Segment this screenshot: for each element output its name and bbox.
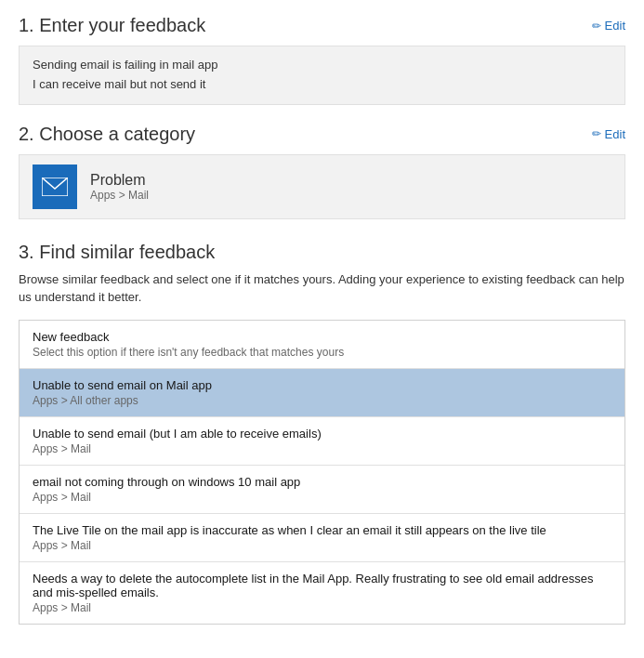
feedback-item-subtitle-1: Apps > All other apps bbox=[33, 394, 611, 407]
feedback-item-title-5: Needs a way to delete the autocomplete l… bbox=[33, 572, 611, 599]
step1-edit-link[interactable]: ✏ Edit bbox=[592, 19, 625, 33]
category-type: Problem bbox=[90, 172, 149, 189]
step2-header: 2. Choose a category ✏ Edit bbox=[19, 124, 625, 145]
feedback-line-2: I can receive mail but not send it bbox=[33, 75, 611, 95]
category-info: Problem Apps > Mail bbox=[90, 172, 149, 202]
step2-edit-link[interactable]: ✏ Edit bbox=[592, 127, 625, 141]
feedback-item-subtitle-4: Apps > Mail bbox=[33, 539, 611, 552]
feedback-item-title-3: email not coming through on windows 10 m… bbox=[33, 475, 611, 489]
feedback-item-subtitle-5: Apps > Mail bbox=[33, 601, 611, 614]
envelope-svg bbox=[42, 178, 68, 196]
step3-section: 3. Find similar feedback Browse similar … bbox=[19, 242, 625, 625]
feedback-list-wrapper: New feedbackSelect this option if there … bbox=[19, 320, 625, 625]
feedback-list: New feedbackSelect this option if there … bbox=[19, 320, 625, 625]
feedback-line-1: Sending email is failing in mail app bbox=[33, 56, 611, 75]
step2-title: 2. Choose a category bbox=[19, 124, 195, 145]
feedback-item-0[interactable]: New feedbackSelect this option if there … bbox=[20, 321, 624, 369]
feedback-item-5[interactable]: Needs a way to delete the autocomplete l… bbox=[20, 562, 624, 624]
feedback-item-title-2: Unable to send email (but I am able to r… bbox=[33, 427, 611, 441]
category-path: Apps > Mail bbox=[90, 189, 149, 202]
feedback-item-2[interactable]: Unable to send email (but I am able to r… bbox=[20, 417, 624, 466]
feedback-item-title-1: Unable to send email on Mail app bbox=[33, 378, 611, 392]
feedback-item-subtitle-2: Apps > Mail bbox=[33, 442, 611, 455]
step2-edit-label: Edit bbox=[605, 127, 625, 141]
step1-edit-icon: ✏ bbox=[592, 20, 601, 33]
feedback-item-3[interactable]: email not coming through on windows 10 m… bbox=[20, 466, 624, 514]
feedback-item-1[interactable]: Unable to send email on Mail appApps > A… bbox=[20, 369, 624, 417]
feedback-item-title-0: New feedback bbox=[33, 330, 611, 344]
step1-feedback-box: Sending email is failing in mail app I c… bbox=[19, 46, 625, 105]
step3-description: Browse similar feedback and select one i… bbox=[19, 270, 625, 307]
step1-header: 1. Enter your feedback ✏ Edit bbox=[19, 15, 625, 36]
feedback-item-title-4: The Live Tile on the mail app is inaccur… bbox=[33, 523, 611, 537]
step2-edit-icon: ✏ bbox=[592, 127, 601, 140]
feedback-item-subtitle-3: Apps > Mail bbox=[33, 491, 611, 504]
step1-edit-label: Edit bbox=[605, 19, 625, 33]
category-box: Problem Apps > Mail bbox=[19, 154, 625, 219]
feedback-item-4[interactable]: The Live Tile on the mail app is inaccur… bbox=[20, 514, 624, 562]
feedback-item-subtitle-0: Select this option if there isn't any fe… bbox=[33, 346, 611, 359]
step1-title: 1. Enter your feedback bbox=[19, 15, 205, 36]
category-mail-icon bbox=[33, 164, 77, 209]
step3-title: 3. Find similar feedback bbox=[19, 242, 625, 263]
